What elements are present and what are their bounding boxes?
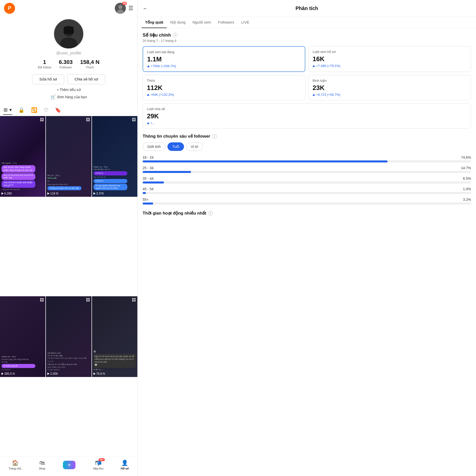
metric-card-luot-xem-ho-so[interactable]: Lượt xem hồ sơ 16K +7,486 (+79.1%)	[308, 46, 471, 72]
metric-value-5: 29K	[147, 112, 467, 120]
video-text-1: nttb.nguén · 17 g anh ơi nói "anh cũng m…	[2, 162, 44, 191]
right-tabs: Tổng quát Nội dung Người xem Followers L…	[138, 17, 476, 28]
stat-da-follow: 1 Đã follow	[38, 59, 51, 69]
svg-point-1	[118, 5, 122, 9]
video-img-icon-5: 🖼	[86, 298, 90, 302]
filter-tabs: Giới tính Tuổi Vị trí	[143, 142, 471, 151]
profile-nav-icon: 👤	[121, 460, 128, 466]
metric-change-4: +8,723 (+58.7%)	[313, 93, 467, 97]
nav-shop[interactable]: 🛍 Shop	[39, 460, 45, 470]
right-title: Phân tích	[152, 6, 461, 11]
video-text-4: loigion.vp · 3d g he don't say, anh cũng…	[2, 355, 44, 371]
nav-profile[interactable]: 👤 Hồ sơ	[121, 460, 129, 470]
filter-vi-tri[interactable]: Vị trí	[186, 142, 203, 151]
metrics-grid: Lượt xem bài đăng 1.1M +756K (+206.7%) L…	[143, 46, 471, 129]
filter-tuoi[interactable]: Tuổi	[167, 142, 184, 151]
video-cell-6[interactable]: ⚪ Nếu em đó quan trọng với một người, họ…	[92, 296, 137, 377]
video-img-icon-4: 🖼	[40, 298, 44, 302]
section-title: Số liệu chính i	[143, 32, 471, 38]
age-row-2: 35 - 44 6.5%	[143, 176, 471, 183]
metric-change-1: +756K (+206.7%)	[147, 64, 301, 68]
grid-tab[interactable]: ⊞ ▾	[3, 105, 12, 115]
nav-home[interactable]: 🏠 Trang chủ	[9, 460, 21, 470]
activity-info-icon[interactable]: i	[208, 211, 213, 216]
metric-card-thich[interactable]: Thích 112K +64K (+132.2%)	[143, 75, 305, 100]
tab-followers[interactable]: Followers	[215, 17, 238, 28]
follower-count: 6.303	[59, 59, 73, 65]
info-icon[interactable]: i	[173, 33, 177, 37]
add-bio-link[interactable]: + Thêm tiểu sử	[57, 88, 80, 92]
left-header-right: 99 ☰	[115, 3, 133, 14]
nav-inbox[interactable]: 📬 99+ Hộp thư	[93, 460, 103, 470]
profile-section: @user_profile 1 Đã follow 6.303 Follower…	[0, 16, 137, 104]
right-header: ← Phân tích	[138, 0, 476, 17]
inbox-badge: 99+	[99, 458, 105, 461]
stat-follower: 6.303 Follower	[59, 59, 73, 69]
metric-change-5: +...	[147, 121, 467, 125]
back-button[interactable]: ←	[143, 5, 148, 12]
age-pct-3: 1.0%	[463, 187, 471, 191]
video-count-3: 3.376	[93, 192, 136, 195]
home-icon: 🏠	[12, 460, 19, 466]
metric-card-luot-xem-bai[interactable]: Lượt xem bài đăng 1.1M +756K (+206.7%)	[143, 46, 305, 72]
metric-label-2: Lượt xem hồ sơ	[313, 50, 467, 54]
lock-tab[interactable]: 🔒	[18, 106, 25, 115]
video-cell-1[interactable]: nttb.nguén · 17 g anh ơi nói "anh cũng m…	[0, 116, 45, 197]
metric-change-3: +64K (+132.2%)	[147, 93, 301, 97]
profile-nav-label: Hồ sơ	[121, 467, 129, 470]
tab-noi-dung[interactable]: Nội dung	[167, 17, 189, 28]
follower-label: Follower	[60, 65, 72, 69]
da-follow-count: 1	[43, 59, 46, 65]
metric-value-3: 112K	[147, 84, 301, 92]
cart-icon: 🛒	[50, 94, 56, 100]
video-grid: nttb.nguén · 17 g anh ơi nói "anh cũng m…	[0, 116, 137, 476]
order-row[interactable]: 🛒 Đơn hàng của bạn	[50, 94, 87, 100]
metric-label-1: Lượt xem bài đăng	[147, 50, 301, 54]
follower-info-icon[interactable]: i	[212, 134, 217, 139]
p-icon: P	[4, 3, 15, 14]
da-follow-label: Đã follow	[38, 65, 51, 69]
video-cell-4[interactable]: loigion.vp · 3d g he don't say, anh cũng…	[0, 296, 45, 377]
video-count-5: 2.058	[47, 372, 90, 375]
avatar-small-wrap: 99	[115, 3, 126, 14]
video-img-icon-3: 🖼	[132, 118, 136, 122]
video-cell-5[interactable]: nồi thế thì chịu nói đi nói lại ngại nói…	[46, 296, 91, 377]
tab-nguoi-xem[interactable]: Người xem	[189, 17, 215, 28]
share-profile-button[interactable]: Chia sẻ hồ sơ	[67, 74, 105, 84]
hamburger-icon[interactable]: ☰	[128, 5, 133, 12]
home-label: Trang chủ	[9, 467, 21, 470]
metric-card-luot-chia-se[interactable]: Lượt chia sẻ 29K +...	[143, 103, 471, 129]
date-range: 20 tháng 7 - 17 tháng 9	[143, 39, 471, 43]
filter-gioi-tinh[interactable]: Giới tính	[143, 142, 165, 151]
tab-tong-quat[interactable]: Tổng quát	[142, 17, 167, 28]
video-count-4: 385,5 N	[2, 372, 44, 375]
inbox-label: Hộp thư	[93, 467, 103, 470]
follower-insight: Thông tin chuyên sâu về follower i Giới …	[143, 134, 471, 205]
shop-label: Shop	[39, 467, 45, 470]
thich-label: Thích	[86, 65, 94, 69]
right-content: Số liệu chính i 20 tháng 7 - 17 tháng 9 …	[138, 28, 476, 476]
video-count-6: 76,9 N	[93, 372, 136, 375]
bookmark-tab[interactable]: 🔖	[54, 106, 62, 115]
video-cell-2[interactable]: hai_trV · 20 g Đơi khoảit Hi Dao nay em …	[46, 116, 91, 197]
stats-row: 1 Đã follow 6.303 Follower 158,4 N Thích	[38, 59, 100, 69]
video-text-5: nồi thế thì chịu nói đi nói lại ngại nói…	[47, 352, 90, 371]
order-label: Đơn hàng của bạn	[57, 95, 87, 99]
age-row-0: 18 - 24 74.6%	[143, 155, 471, 162]
nav-create[interactable]: +	[63, 461, 75, 469]
metric-value-4: 23K	[313, 84, 467, 92]
video-count-2: 118 N	[47, 192, 90, 195]
edit-profile-button[interactable]: Sửa hồ sơ	[32, 74, 64, 84]
shop-icon: 🛍	[39, 460, 45, 466]
create-button[interactable]: +	[63, 461, 75, 469]
stat-thich: 158,4 N Thích	[80, 59, 100, 69]
liked-tab[interactable]: ♡	[43, 106, 49, 115]
activity-title: Thời gian hoạt động nhiều nhất i	[143, 211, 471, 216]
video-cell-3[interactable]: loigion.vp · 2d g vừa đề đến vào tri A t…	[92, 116, 137, 197]
metric-card-binh-luan[interactable]: Bình luận 23K +8,723 (+58.7%)	[308, 75, 471, 100]
age-range-0: 18 - 24	[143, 155, 154, 159]
activity-section: Thời gian hoạt động nhiều nhất i	[143, 211, 471, 216]
age-row-1: 25 - 34 14.7%	[143, 166, 471, 173]
tab-live[interactable]: LIVE	[238, 17, 253, 28]
repost-tab[interactable]: 🔁	[31, 106, 38, 115]
